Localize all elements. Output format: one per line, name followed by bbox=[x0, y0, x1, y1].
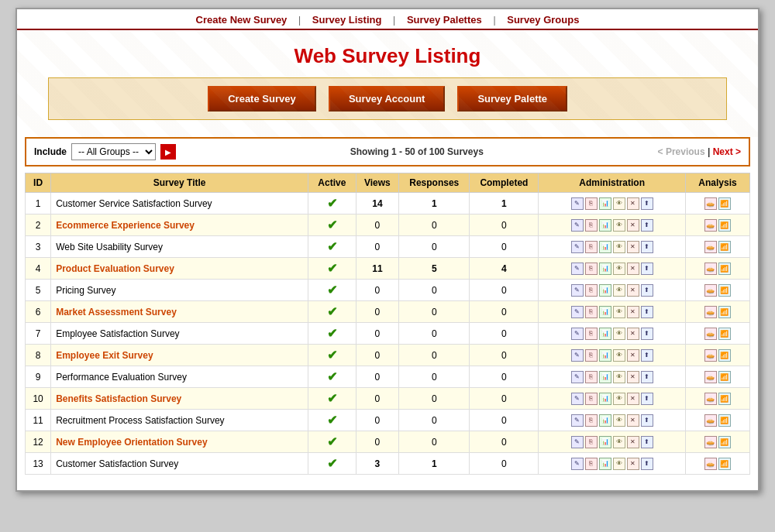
delete-icon[interactable]: ✕ bbox=[627, 328, 639, 340]
go-button[interactable] bbox=[160, 144, 176, 160]
pie-chart-icon[interactable]: 🥧 bbox=[704, 263, 717, 275]
edit-icon[interactable]: ✎ bbox=[571, 219, 584, 232]
edit-icon[interactable]: ✎ bbox=[571, 284, 584, 297]
survey-account-button[interactable]: Survey Account bbox=[329, 86, 446, 112]
edit-icon[interactable]: ✎ bbox=[571, 349, 584, 362]
cell-title[interactable]: New Employee Orientation Survey bbox=[51, 431, 308, 453]
edit-icon[interactable]: ✎ bbox=[571, 436, 584, 448]
stats-icon[interactable]: 📊 bbox=[599, 458, 611, 470]
pie-chart-icon[interactable]: 🥧 bbox=[704, 197, 717, 210]
edit-icon[interactable]: ✎ bbox=[571, 263, 584, 275]
copy-icon[interactable]: ⎘ bbox=[585, 306, 598, 318]
edit-icon[interactable]: ✎ bbox=[571, 414, 584, 427]
stats-icon[interactable]: 📊 bbox=[599, 263, 611, 275]
create-survey-button[interactable]: Create Survey bbox=[208, 86, 316, 112]
export-icon[interactable]: ⬆ bbox=[641, 284, 653, 297]
delete-icon[interactable]: ✕ bbox=[627, 349, 639, 362]
edit-icon[interactable]: ✎ bbox=[571, 241, 584, 253]
delete-icon[interactable]: ✕ bbox=[627, 219, 639, 232]
preview-icon[interactable]: 👁 bbox=[613, 414, 625, 427]
pie-chart-icon[interactable]: 🥧 bbox=[704, 284, 717, 297]
pie-chart-icon[interactable]: 🥧 bbox=[704, 458, 717, 470]
stats-icon[interactable]: 📊 bbox=[599, 393, 611, 405]
bar-chart-icon[interactable]: 📶 bbox=[718, 219, 731, 232]
preview-icon[interactable]: 👁 bbox=[613, 328, 625, 340]
preview-icon[interactable]: 👁 bbox=[613, 436, 625, 448]
delete-icon[interactable]: ✕ bbox=[627, 393, 639, 405]
bar-chart-icon[interactable]: 📶 bbox=[718, 241, 731, 253]
export-icon[interactable]: ⬆ bbox=[641, 197, 653, 210]
stats-icon[interactable]: 📊 bbox=[599, 219, 611, 232]
delete-icon[interactable]: ✕ bbox=[627, 414, 639, 427]
bar-chart-icon[interactable]: 📶 bbox=[718, 414, 731, 427]
stats-icon[interactable]: 📊 bbox=[599, 414, 611, 427]
preview-icon[interactable]: 👁 bbox=[613, 458, 625, 470]
export-icon[interactable]: ⬆ bbox=[641, 371, 653, 383]
cell-title[interactable]: Ecommerce Experience Survey bbox=[51, 215, 308, 236]
pie-chart-icon[interactable]: 🥧 bbox=[704, 414, 717, 427]
export-icon[interactable]: ⬆ bbox=[641, 263, 653, 275]
export-icon[interactable]: ⬆ bbox=[641, 414, 653, 427]
export-icon[interactable]: ⬆ bbox=[641, 393, 653, 405]
copy-icon[interactable]: ⎘ bbox=[585, 241, 598, 253]
cell-title[interactable]: Customer Satisfaction Survey bbox=[51, 453, 308, 475]
stats-icon[interactable]: 📊 bbox=[599, 241, 611, 253]
bar-chart-icon[interactable]: 📶 bbox=[718, 306, 731, 318]
copy-icon[interactable]: ⎘ bbox=[585, 458, 598, 470]
preview-icon[interactable]: 👁 bbox=[613, 219, 625, 232]
bar-chart-icon[interactable]: 📶 bbox=[718, 371, 731, 383]
preview-icon[interactable]: 👁 bbox=[613, 284, 625, 297]
preview-icon[interactable]: 👁 bbox=[613, 349, 625, 362]
bar-chart-icon[interactable]: 📶 bbox=[718, 458, 731, 470]
preview-icon[interactable]: 👁 bbox=[613, 371, 625, 383]
preview-icon[interactable]: 👁 bbox=[613, 197, 625, 210]
nav-survey-palettes[interactable]: Survey Palettes bbox=[407, 14, 482, 26]
copy-icon[interactable]: ⎘ bbox=[585, 328, 598, 340]
cell-title[interactable]: Benefits Satisfaction Survey bbox=[51, 388, 308, 410]
pie-chart-icon[interactable]: 🥧 bbox=[704, 219, 717, 232]
cell-title[interactable]: Employee Exit Survey bbox=[51, 345, 308, 366]
preview-icon[interactable]: 👁 bbox=[613, 393, 625, 405]
export-icon[interactable]: ⬆ bbox=[641, 458, 653, 470]
edit-icon[interactable]: ✎ bbox=[571, 306, 584, 318]
stats-icon[interactable]: 📊 bbox=[599, 328, 611, 340]
delete-icon[interactable]: ✕ bbox=[627, 436, 639, 448]
copy-icon[interactable]: ⎘ bbox=[585, 197, 598, 210]
next-button[interactable]: Next > bbox=[713, 146, 741, 157]
export-icon[interactable]: ⬆ bbox=[641, 436, 653, 448]
group-filter-select[interactable]: -- All Groups -- bbox=[71, 143, 156, 160]
cell-title[interactable]: Customer Service Satisfaction Survey bbox=[51, 193, 308, 215]
preview-icon[interactable]: 👁 bbox=[613, 306, 625, 318]
delete-icon[interactable]: ✕ bbox=[627, 306, 639, 318]
pie-chart-icon[interactable]: 🥧 bbox=[704, 393, 717, 405]
export-icon[interactable]: ⬆ bbox=[641, 219, 653, 232]
delete-icon[interactable]: ✕ bbox=[627, 371, 639, 383]
cell-title[interactable]: Performance Evaluation Survey bbox=[51, 366, 308, 388]
copy-icon[interactable]: ⎘ bbox=[585, 284, 598, 297]
copy-icon[interactable]: ⎘ bbox=[585, 393, 598, 405]
bar-chart-icon[interactable]: 📶 bbox=[718, 436, 731, 448]
cell-title[interactable]: Pricing Survey bbox=[51, 280, 308, 301]
bar-chart-icon[interactable]: 📶 bbox=[718, 349, 731, 362]
export-icon[interactable]: ⬆ bbox=[641, 306, 653, 318]
preview-icon[interactable]: 👁 bbox=[613, 263, 625, 275]
copy-icon[interactable]: ⎘ bbox=[585, 349, 598, 362]
pie-chart-icon[interactable]: 🥧 bbox=[704, 306, 717, 318]
stats-icon[interactable]: 📊 bbox=[599, 284, 611, 297]
stats-icon[interactable]: 📊 bbox=[599, 436, 611, 448]
copy-icon[interactable]: ⎘ bbox=[585, 371, 598, 383]
cell-title[interactable]: Market Assessment Survey bbox=[51, 301, 308, 323]
edit-icon[interactable]: ✎ bbox=[571, 328, 584, 340]
cell-title[interactable]: Web Site Usability Survey bbox=[51, 236, 308, 258]
edit-icon[interactable]: ✎ bbox=[571, 393, 584, 405]
cell-title[interactable]: Recruitment Process Satisfaction Survey bbox=[51, 410, 308, 431]
export-icon[interactable]: ⬆ bbox=[641, 349, 653, 362]
bar-chart-icon[interactable]: 📶 bbox=[718, 284, 731, 297]
stats-icon[interactable]: 📊 bbox=[599, 197, 611, 210]
delete-icon[interactable]: ✕ bbox=[627, 241, 639, 253]
edit-icon[interactable]: ✎ bbox=[571, 197, 584, 210]
copy-icon[interactable]: ⎘ bbox=[585, 263, 598, 275]
delete-icon[interactable]: ✕ bbox=[627, 263, 639, 275]
bar-chart-icon[interactable]: 📶 bbox=[718, 197, 731, 210]
cell-title[interactable]: Employee Satisfaction Survey bbox=[51, 323, 308, 345]
